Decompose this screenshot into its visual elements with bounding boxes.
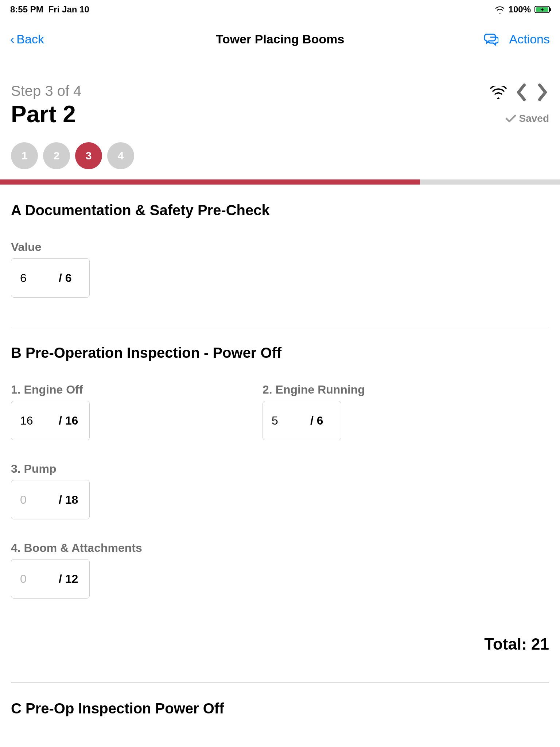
b-item-2-box[interactable]: / 6 xyxy=(262,401,341,440)
progress-bar xyxy=(0,179,560,185)
part-title: Part 2 xyxy=(11,101,81,128)
total-label: Total: xyxy=(484,635,531,653)
step-header: Step 3 of 4 Part 2 Saved xyxy=(0,54,560,131)
actions-button[interactable]: Actions xyxy=(509,32,550,46)
divider xyxy=(11,327,549,327)
status-bar: 8:55 PM Fri Jan 10 100% ✦ xyxy=(0,0,560,18)
wifi-large-icon xyxy=(490,86,507,99)
wifi-icon xyxy=(495,5,505,13)
step-label: Step 3 of 4 xyxy=(11,83,81,99)
b-item-1-max: / 16 xyxy=(59,414,78,427)
section-a-value-box[interactable]: / 6 xyxy=(11,258,90,298)
b-item-3-input[interactable] xyxy=(11,480,48,519)
saved-status: Saved xyxy=(505,113,549,124)
status-date: Fri Jan 10 xyxy=(48,4,89,15)
status-time: 8:55 PM xyxy=(10,4,43,15)
step-dot-2[interactable]: 2 xyxy=(43,142,70,169)
section-b-total: Total: 21 xyxy=(11,635,549,653)
b-item-1-label: 1. Engine Off xyxy=(11,383,164,396)
chat-icon[interactable] xyxy=(484,33,498,46)
nav-bar: ‹ Back Tower Placing Booms Actions xyxy=(0,18,560,54)
section-a-value-max: / 6 xyxy=(59,271,72,285)
prev-step-button[interactable] xyxy=(515,83,528,102)
b-item-4-box[interactable]: / 12 xyxy=(11,559,90,599)
b-item-4-max: / 12 xyxy=(59,572,78,586)
battery-percent: 100% xyxy=(509,4,531,15)
b-item-4-input[interactable] xyxy=(11,560,48,598)
step-dot-3[interactable]: 3 xyxy=(75,142,102,169)
back-label: Back xyxy=(16,32,44,46)
divider xyxy=(11,682,549,683)
b-item-2-input[interactable] xyxy=(263,401,299,440)
step-dot-4[interactable]: 4 xyxy=(107,142,134,169)
b-item-1-input[interactable] xyxy=(11,401,48,440)
b-item-2-max: / 6 xyxy=(310,414,323,427)
b-item-2-label: 2. Engine Running xyxy=(262,383,416,396)
battery-icon: ✦ xyxy=(534,6,550,13)
section-c-title: C Pre-Op Inspection Power Off xyxy=(11,700,549,717)
progress-fill xyxy=(0,179,420,185)
step-dot-1[interactable]: 1 xyxy=(11,142,38,169)
step-dots: 1 2 3 4 xyxy=(0,131,560,179)
total-value: 21 xyxy=(531,635,549,653)
page-title: Tower Placing Booms xyxy=(216,32,345,46)
next-step-button[interactable] xyxy=(536,83,549,102)
chevron-left-icon: ‹ xyxy=(10,32,14,46)
section-b-title: B Pre-Operation Inspection - Power Off xyxy=(11,345,549,361)
b-item-3-max: / 18 xyxy=(59,493,78,507)
section-a-value-label: Value xyxy=(11,240,549,254)
b-item-3-box[interactable]: / 18 xyxy=(11,480,90,519)
check-icon xyxy=(505,114,516,123)
b-item-4-label: 4. Boom & Attachments xyxy=(11,541,164,555)
back-button[interactable]: ‹ Back xyxy=(10,32,44,46)
section-a-value-input[interactable] xyxy=(11,259,48,297)
section-a-title: A Documentation & Safety Pre-Check xyxy=(11,202,549,218)
b-item-1-box[interactable]: / 16 xyxy=(11,401,90,440)
b-item-3-label: 3. Pump xyxy=(11,462,164,476)
saved-label: Saved xyxy=(519,113,549,124)
